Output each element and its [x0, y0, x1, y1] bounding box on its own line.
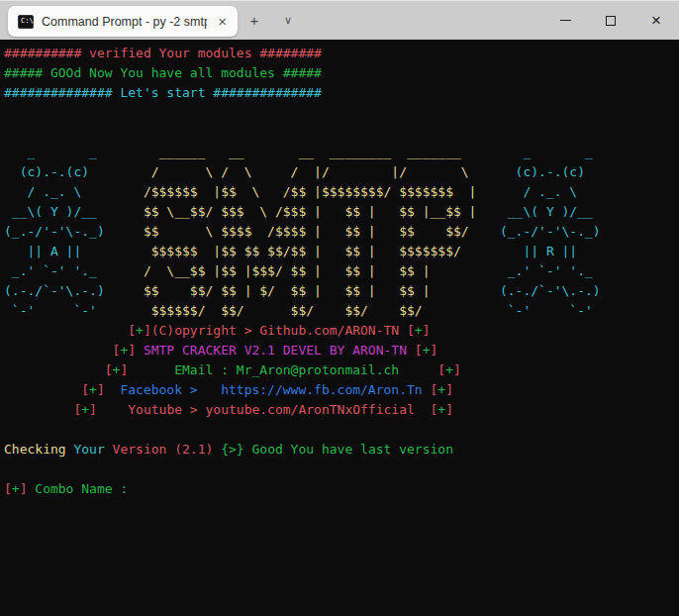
terminal-line: / ._. \ /$$$$$$ |$$ \ /$$ |$$$$$$$$/ $$$… — [4, 182, 679, 202]
terminal-text-segment: $$ \ $$$$ /$$$$ | $$ | $$ $$/ — [144, 224, 477, 239]
terminal-line: (_.-/'-'\-._) $$ \ $$$$ /$$$$ | $$ | $$ … — [4, 222, 679, 242]
terminal-line: __\( Y )/__ $$ \__$$/ $$$ \ /$$$ | $$ | … — [4, 202, 679, 222]
maximize-button[interactable] — [588, 1, 633, 40]
terminal-line — [4, 103, 679, 123]
terminal-text-segment: ] — [430, 343, 437, 358]
terminal-text-segment: _.' `-' '._ — [4, 263, 144, 278]
terminal-text-segment: ] — [445, 382, 453, 397]
terminal-line: Checking Your Version (2.1) {>} Good You… — [4, 440, 679, 460]
terminal-text-segment: ] — [445, 402, 453, 417]
minimize-icon — [560, 20, 571, 22]
terminal-text-segment: Checking — [4, 442, 73, 457]
terminal-text-segment: __\( Y )/__ — [4, 204, 144, 219]
title-bar: C:\ Command Prompt - py -2 smtp × + ∨ × — [0, 0, 679, 40]
terminal-text-segment: ] — [97, 382, 105, 397]
terminal-text-segment: + — [437, 402, 445, 417]
terminal-text-segment: $$ $$/ $$ | $/ $$ | $$ | $$ | — [144, 283, 477, 298]
terminal-text-segment: ] — [20, 481, 36, 496]
terminal-text-segment: `-' `-' — [4, 303, 144, 318]
terminal-text-segment: Facebook > https://www.fb.com/Aron.Tn — [105, 382, 423, 397]
terminal-line: [+] SMTP CRACKER V2.1 DEVEL BY ARON-TN [… — [4, 341, 679, 360]
terminal-text-segment: ](C)opyright > Github.com/ARON-TN [ — [144, 323, 415, 338]
terminal-text-segment: ############## Let's start #############… — [4, 85, 322, 100]
terminal-text-segment: ########## verified Your modules #######… — [4, 46, 322, 60]
terminal-text-segment: ] — [453, 362, 461, 377]
terminal-line: [+] EMail : Mr_Aron@protonmail.ch [+] — [4, 360, 679, 380]
maximize-icon — [606, 16, 616, 26]
terminal-text-segment: (c).-.(c) — [4, 164, 144, 179]
close-button[interactable]: × — [633, 1, 679, 40]
terminal-text-segment: Your — [73, 442, 112, 457]
tab-title: Command Prompt - py -2 smtp — [42, 15, 207, 29]
terminal-text-segment: $$ \__$$/ $$$ \ /$$$ | $$ | $$ |__$$ | — [144, 204, 477, 219]
terminal-line: ##### GOOd Now You have all modules ####… — [4, 63, 679, 83]
terminal-text-segment: + — [89, 382, 97, 397]
terminal-text-segment: $$$$$$ |$$ $$ $$/$$ | $$ | $$$$$$$/ — [144, 244, 477, 258]
window-controls: × — [542, 1, 679, 40]
terminal-text-segment: + — [445, 362, 453, 377]
terminal-text-segment: ##### GOOd Now You have all modules ####… — [4, 65, 322, 80]
close-icon: × — [651, 12, 661, 29]
terminal-text-segment: (_.-/'-'\-._) — [476, 224, 600, 239]
terminal-line: [+] Youtube > youtube.com/AronTNxOfficia… — [4, 400, 679, 420]
tab-command-prompt[interactable]: C:\ Command Prompt - py -2 smtp × — [8, 6, 238, 37]
terminal-text-segment: [ — [4, 382, 89, 397]
terminal-text-segment: [ — [399, 362, 445, 377]
new-tab-button[interactable]: + — [238, 1, 271, 40]
terminal-text-segment: ] — [423, 323, 431, 338]
terminal-text-segment: __\( Y )/__ — [476, 204, 600, 219]
tab-dropdown-button[interactable]: ∨ — [271, 1, 305, 40]
terminal-text-segment: / \ / \ / |/ |/ \ — [144, 164, 477, 179]
terminal-text-segment: Combo Name : — [35, 481, 128, 496]
terminal-text-segment: + — [136, 323, 144, 338]
terminal-viewport[interactable]: ########## verified Your modules #######… — [0, 40, 679, 616]
terminal-line: (c).-.(c) / \ / \ / |/ |/ \ (c).-.(c) — [4, 162, 679, 182]
terminal-line — [4, 460, 679, 479]
terminal-text-segment: (c).-.(c) — [476, 164, 600, 179]
terminal-text-segment: || R || — [476, 244, 600, 258]
terminal-text-segment: / ._. \ — [476, 184, 600, 199]
terminal-line: (.-./`-'\.-.) $$ $$/ $$ | $/ $$ | $$ | $… — [4, 281, 679, 301]
terminal-output: ########## verified Your modules #######… — [4, 44, 679, 499]
terminal-line — [4, 420, 679, 440]
terminal-text-segment: + — [12, 481, 20, 496]
terminal-text-segment: / ._. \ — [4, 184, 144, 199]
terminal-text-segment: [ — [423, 382, 438, 397]
terminal-line: _.' `-' '._ / \__$$ |$$ |$$$/ $$ | $$ | … — [4, 261, 679, 281]
terminal-text-segment: + — [437, 382, 445, 397]
terminal-line: `-' `-' $$$$$$/ $$/ $$/ $$/ $$/ `-' `-' — [4, 301, 679, 321]
terminal-text-segment: ] — [128, 343, 144, 358]
terminal-line: [+] Facebook > https://www.fb.com/Aron.T… — [4, 380, 679, 400]
terminal-line — [4, 123, 679, 143]
terminal-text-segment: ______ __ __ ________ _______ — [144, 145, 477, 159]
terminal-text-segment: _ _ — [4, 145, 144, 159]
terminal-text-segment: || A || — [4, 244, 144, 258]
terminal-text-segment: [ — [407, 343, 423, 358]
tab-close-icon[interactable]: × — [215, 13, 230, 30]
terminal-text-segment: [ — [4, 481, 12, 496]
terminal-text-segment: `-' `-' — [476, 303, 600, 318]
terminal-text-segment: [ — [4, 343, 120, 358]
terminal-text-segment: + — [415, 323, 423, 338]
terminal-line: || A || $$$$$$ |$$ $$ $$/$$ | $$ | $$$$$… — [4, 242, 679, 261]
terminal-text-segment: + — [81, 402, 89, 417]
terminal-text-segment: [ — [415, 402, 437, 417]
terminal-text-segment: ] — [89, 402, 97, 417]
terminal-text-segment: / \__$$ |$$ |$$$/ $$ | $$ | $$ | — [144, 263, 477, 278]
terminal-line: [+] Combo Name : — [4, 479, 679, 499]
terminal-text-segment: SMTP CRACKER V2.1 DEVEL BY ARON-TN — [144, 343, 407, 358]
terminal-text-segment: [ — [4, 323, 136, 338]
terminal-text-segment: _ _ — [476, 145, 600, 159]
terminal-text-segment: $$$$$$/ $$/ $$/ $$/ $$/ — [144, 303, 477, 318]
terminal-text-segment: [ — [4, 362, 113, 377]
terminal-text-segment: {>} Good You have last version — [221, 442, 453, 457]
terminal-line: _ _ ______ __ __ ________ _______ _ _ — [4, 143, 679, 162]
terminal-text-segment: (.-./`-'\.-.) — [4, 283, 144, 298]
terminal-text-segment: /$$$$$$ |$$ \ /$$ |$$$$$$$$/ $$$$$$$ | — [144, 184, 477, 199]
terminal-line: ########## verified Your modules #######… — [4, 44, 679, 63]
terminal-text-segment: Youtube > youtube.com/AronTNxOfficial — [97, 402, 415, 417]
minimize-button[interactable] — [542, 1, 588, 40]
terminal-text-segment: (_.-/'-'\-._) — [4, 224, 144, 239]
terminal-text-segment: EMail : Mr_Aron@protonmail.ch — [128, 362, 399, 377]
terminal-text-segment: (.-./`-'\.-.) — [476, 283, 600, 298]
